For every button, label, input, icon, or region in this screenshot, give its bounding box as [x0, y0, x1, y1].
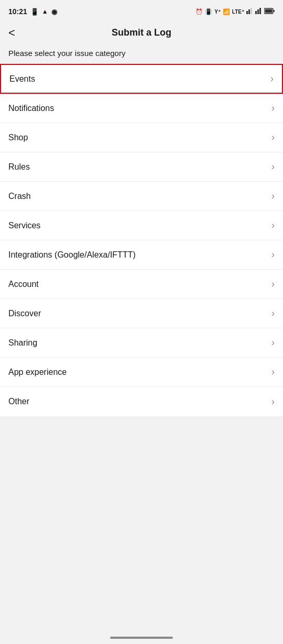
item-label: Other: [8, 397, 29, 406]
svg-rect-2: [251, 8, 252, 14]
list-item[interactable]: Shop›: [0, 123, 283, 152]
item-label: Account: [8, 280, 39, 289]
chevron-right-icon: ›: [271, 132, 275, 143]
shazam-icon: ◉: [51, 8, 57, 16]
svg-rect-3: [255, 11, 257, 14]
svg-rect-7: [265, 9, 273, 13]
list-item[interactable]: App experience›: [0, 358, 283, 387]
svg-rect-5: [259, 8, 261, 14]
chevron-right-icon: ›: [271, 249, 275, 260]
item-label: Sharing: [8, 338, 37, 348]
chevron-right-icon: ›: [271, 103, 275, 114]
item-label: App experience: [8, 368, 67, 377]
status-left: 10:21 📱 ▲ ◉: [8, 7, 57, 16]
item-label: Discover: [8, 309, 41, 318]
page-title: Submit a Log: [112, 27, 171, 38]
alarm-icon: ⏰: [195, 8, 203, 15]
status-right: ⏰ 📳 Y⁺ 📶 LTE⁺: [195, 7, 275, 16]
chevron-right-icon: ›: [271, 161, 275, 172]
list-item[interactable]: Rules›: [0, 152, 283, 182]
list-item[interactable]: Account›: [0, 270, 283, 299]
list-item[interactable]: Other›: [0, 387, 283, 416]
list-item[interactable]: Integrations (Google/Alexa/IFTTT)›: [0, 240, 283, 270]
list-item[interactable]: Notifications›: [0, 94, 283, 123]
wifi-icon: 📶: [223, 8, 230, 15]
chevron-right-icon: ›: [271, 220, 275, 231]
svg-rect-0: [246, 11, 248, 14]
time-display: 10:21: [8, 7, 27, 16]
home-indicator: [110, 637, 173, 639]
arrow-up-icon: ▲: [42, 8, 48, 15]
list-item[interactable]: Events›: [0, 64, 283, 94]
chevron-right-icon: ›: [271, 308, 275, 319]
battery-icon: [264, 7, 275, 16]
svg-rect-1: [248, 9, 250, 14]
svg-rect-8: [274, 10, 275, 12]
chevron-right-icon: ›: [271, 279, 275, 290]
category-list: Events›Notifications›Shop›Rules›Crash›Se…: [0, 64, 283, 416]
header: < Submit a Log: [0, 21, 283, 45]
back-button[interactable]: <: [8, 27, 15, 39]
list-item[interactable]: Crash›: [0, 182, 283, 211]
svg-rect-4: [257, 9, 259, 14]
phone-icon: 📱: [30, 8, 39, 16]
chevron-right-icon: ›: [271, 337, 275, 348]
item-label: Notifications: [8, 104, 54, 113]
status-bar: 10:21 📱 ▲ ◉ ⏰ 📳 Y⁺ 📶 LTE⁺: [0, 0, 283, 21]
list-item[interactable]: Discover›: [0, 299, 283, 328]
item-label: Services: [8, 221, 40, 230]
chevron-right-icon: ›: [271, 396, 275, 407]
item-label: Integrations (Google/Alexa/IFTTT): [8, 250, 136, 260]
subtitle-text: Please select your issue category: [0, 45, 283, 64]
chevron-right-icon: ›: [271, 367, 275, 377]
vibrate-icon: 📳: [205, 8, 212, 15]
lte-plus-icon: LTE⁺: [232, 9, 244, 15]
list-item[interactable]: Services›: [0, 211, 283, 240]
signal-1-icon: [246, 7, 253, 16]
chevron-right-icon: ›: [270, 73, 274, 84]
item-label: Rules: [8, 162, 30, 172]
list-item[interactable]: Sharing›: [0, 328, 283, 358]
item-label: Crash: [8, 192, 31, 201]
lte-icon: Y⁺: [214, 9, 221, 15]
signal-2-icon: [255, 7, 262, 16]
item-label: Shop: [8, 133, 28, 142]
item-label: Events: [9, 74, 35, 84]
chevron-right-icon: ›: [271, 191, 275, 202]
